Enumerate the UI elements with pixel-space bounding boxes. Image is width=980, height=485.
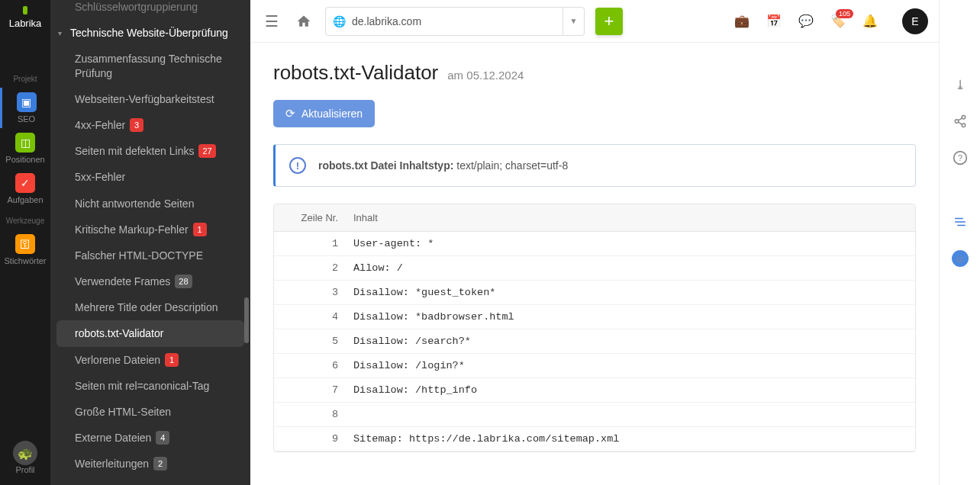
sidebar-item[interactable]: Verwendete Frames28 [50, 268, 250, 294]
table-header: Zeile Nr. Inhalt [274, 204, 915, 232]
rail-tasks-label: Aufgaben [7, 195, 43, 204]
sidebar-item[interactable]: Externe Dateien4 [50, 425, 250, 451]
line-number: 1 [285, 238, 338, 249]
sidebar-item-label: Große HTML-Seiten [75, 405, 171, 419]
rail-positions-label: Positionen [5, 155, 44, 164]
sidebar-item[interactable]: robots.txt-Validator [56, 320, 244, 346]
sidebar: Schlüsselwortgruppierung▾Technische Webs… [50, 0, 250, 485]
line-content: Disallow: /http_info [338, 384, 904, 396]
menu-icon[interactable]: ☰ [261, 11, 282, 32]
tag-count-badge: 105 [836, 9, 853, 18]
sidebar-item-label: Falscher HTML-DOCTYPE [75, 249, 203, 262]
sidebar-item-label: Nicht antwortende Seiten [75, 197, 194, 210]
info-value: text/plain; charset=utf-8 [456, 159, 568, 172]
sidebar-item-label: Verwendete Frames [75, 275, 170, 288]
sidebar-item[interactable]: Nicht antwortende Seiten [50, 191, 250, 217]
col-content-header: Inhalt [338, 212, 904, 223]
rail-stichwoerter[interactable]: ⚿ Stichwörter [0, 230, 50, 270]
check-icon: ✓ [15, 173, 35, 193]
sidebar-item-label: Zusammenfassung Technische Prüfung [75, 52, 241, 79]
line-number: 3 [285, 287, 338, 298]
table-row: 8 [274, 403, 915, 427]
sidebar-item[interactable]: 4xx-Fehler3 [50, 112, 250, 138]
refresh-icon: ⟳ [285, 107, 295, 120]
sidebar-item[interactable]: Kritische Markup-Fehler1 [50, 217, 250, 242]
line-number: 8 [285, 409, 338, 420]
sidebar-item-label: Weiterleitungen [75, 457, 149, 471]
brand-text: Labrika [9, 18, 42, 29]
chat-icon[interactable]: 💬 [798, 14, 814, 29]
add-button[interactable]: + [595, 8, 623, 35]
sidebar-item[interactable]: Webseiten-Verfügbarkeitstest [50, 86, 250, 112]
sidebar-item-label: Mehrere Title oder Description [75, 300, 218, 314]
sidebar-item[interactable]: Weiterleitungen2 [50, 451, 250, 477]
chart-icon: ◫ [15, 133, 35, 153]
calendar-icon[interactable]: 📅 [766, 14, 782, 29]
list-icon[interactable] [952, 214, 969, 230]
sidebar-item[interactable]: Große HTML-Seiten [50, 399, 250, 425]
info-icon: ! [289, 157, 306, 174]
rail-section-projekt: Projekt [13, 75, 37, 83]
svg-rect-9 [957, 225, 965, 226]
table-row: 5Disallow: /search?* [274, 329, 915, 354]
table-row: 4Disallow: *badbrowser.html [274, 305, 915, 329]
globe-icon: 🌐 [326, 15, 352, 27]
help-icon[interactable]: ? [952, 149, 969, 166]
sidebar-item[interactable]: Schlüsselwortgruppierung [50, 0, 250, 20]
table-row: 3Disallow: *guest_token* [274, 281, 915, 305]
sidebar-item[interactable]: Mehrere Title oder Description [50, 294, 250, 320]
svg-point-2 [962, 124, 965, 127]
content: robots.txt-Validator am 05.12.2024 ⟳ Akt… [250, 43, 939, 485]
sidebar-item[interactable]: 5xx-Fehler [50, 164, 250, 190]
table-row: 6Disallow: /login?* [274, 354, 915, 378]
line-number: 9 [285, 433, 338, 445]
share-icon[interactable] [952, 113, 969, 130]
sidebar-item-label: Webseiten-Verfügbarkeitstest [75, 92, 214, 106]
chevron-down-icon[interactable]: ▼ [563, 8, 584, 35]
tag-icon[interactable]: 🏷️105 [830, 14, 846, 29]
rail-seo[interactable]: ▣ SEO [0, 88, 50, 128]
sidebar-item-label: Seiten mit defekten Links [75, 144, 194, 158]
sidebar-item[interactable]: Falscher HTML-DOCTYPE [50, 242, 250, 268]
left-rail: Labrika Projekt ▣ SEO ◫ Positionen ✓ Auf… [0, 0, 50, 485]
bell-icon[interactable]: 🔔 [862, 14, 878, 29]
count-badge: 1 [165, 353, 179, 367]
home-icon[interactable] [293, 11, 314, 32]
count-badge: 3 [130, 118, 143, 132]
count-badge: 2 [153, 457, 167, 471]
topbar: ☰ 🌐 de.labrika.com ▼ + 💼 📅 💬 🏷️105 🔔 E [250, 0, 939, 43]
table-row: 7Disallow: /http_info [274, 378, 915, 403]
svg-rect-7 [955, 218, 963, 220]
svg-text:?: ? [957, 153, 962, 162]
briefcase-icon: ▣ [17, 92, 37, 112]
sidebar-item[interactable]: Verlorene Dateien1 [50, 347, 250, 373]
page-title-row: robots.txt-Validator am 05.12.2024 [273, 61, 916, 85]
refresh-button[interactable]: ⟳ Aktualisieren [273, 100, 375, 127]
site-selector[interactable]: 🌐 de.labrika.com ▼ [325, 7, 585, 36]
rail-aufgaben[interactable]: ✓ Aufgaben [0, 169, 50, 209]
rail-section-werkzeuge: Werkzeuge [6, 217, 44, 225]
line-number: 4 [285, 311, 338, 323]
sidebar-item[interactable]: Zusammenfassung Technische Prüfung [50, 46, 250, 85]
line-content: User-agent: * [338, 238, 904, 249]
sidebar-item[interactable]: Seiten mit defekten Links27 [50, 138, 250, 164]
sidebar-item-label: Verlorene Dateien [75, 353, 160, 367]
key-icon: ⚿ [15, 234, 35, 254]
rail-profile-label: Profil [15, 465, 34, 474]
count-badge: 1 [193, 223, 207, 236]
sidebar-parent[interactable]: ▾Technische Website-Überprüfung [50, 20, 250, 46]
rail-positionen[interactable]: ◫ Positionen [0, 128, 50, 169]
download-icon[interactable]: ⤓ [952, 76, 969, 93]
user-avatar[interactable]: E [902, 8, 928, 34]
rail-profil[interactable]: 🐢 Profil [0, 436, 50, 479]
wallet-icon[interactable]: 💼 [734, 14, 750, 29]
table-row: 1User-agent: * [274, 232, 915, 256]
svg-point-0 [962, 116, 965, 120]
scrollbar-thumb[interactable] [244, 297, 249, 343]
sidebar-item-label: Schlüsselwortgruppierung [75, 0, 198, 14]
sidebar-item[interactable]: Seiten mit rel=canonical-Tag [50, 373, 250, 399]
face-icon[interactable]: ☺ [952, 250, 969, 267]
rail-keywords-label: Stichwörter [4, 256, 46, 265]
svg-line-4 [958, 118, 962, 120]
sidebar-item-label: Technische Website-Überprüfung [70, 26, 228, 40]
